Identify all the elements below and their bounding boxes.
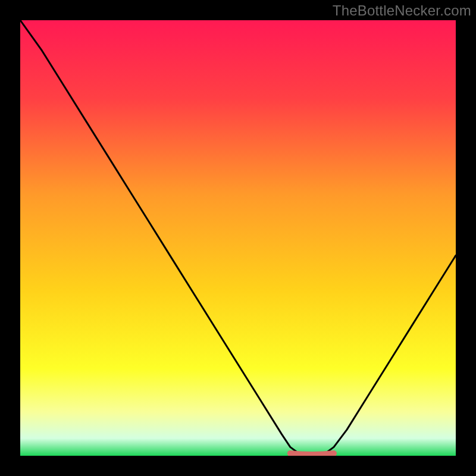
chart-svg xyxy=(0,0,476,476)
plot-area xyxy=(20,20,456,456)
optimal-range-marker xyxy=(290,453,334,455)
chart-frame: TheBottleNecker.com xyxy=(0,0,476,476)
attribution-watermark: TheBottleNecker.com xyxy=(333,2,471,19)
